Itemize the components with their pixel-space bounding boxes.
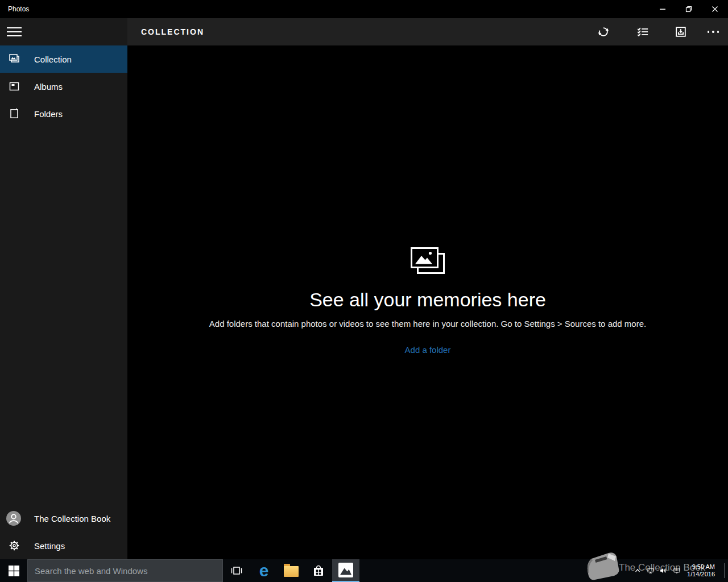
album-icon bbox=[9, 81, 20, 92]
photos-app-button[interactable] bbox=[332, 559, 359, 582]
tray-expand-button[interactable] bbox=[631, 559, 644, 582]
minimize-button[interactable] bbox=[650, 0, 676, 18]
taskbar-separator bbox=[724, 563, 725, 578]
account-label: The Collection Book bbox=[34, 514, 110, 523]
minimize-icon bbox=[659, 6, 666, 13]
start-button[interactable] bbox=[0, 559, 27, 582]
page-title: COLLECTION bbox=[141, 18, 204, 45]
edge-browser-button[interactable]: e bbox=[250, 559, 278, 582]
window-title: Photos bbox=[8, 0, 29, 18]
account-item[interactable]: The Collection Book bbox=[0, 505, 127, 532]
person-avatar-icon bbox=[6, 511, 21, 526]
folder-page-icon bbox=[9, 108, 20, 119]
task-view-button[interactable] bbox=[223, 559, 250, 582]
gear-icon bbox=[9, 540, 20, 551]
select-icon bbox=[636, 26, 649, 38]
title-bar: Photos bbox=[0, 0, 728, 18]
close-button[interactable] bbox=[702, 0, 728, 18]
settings-label: Settings bbox=[34, 541, 65, 551]
sidebar-item-settings[interactable]: Settings bbox=[0, 532, 127, 559]
sidebar-item-albums[interactable]: Albums bbox=[0, 73, 127, 100]
display-network-icon bbox=[647, 566, 654, 575]
system-tray: 9:50 AM 1/14/2016 bbox=[628, 559, 728, 582]
taskbar-search bbox=[27, 559, 223, 582]
store-button[interactable] bbox=[305, 559, 332, 582]
collection-photos-icon bbox=[9, 53, 20, 65]
file-explorer-icon bbox=[284, 566, 299, 577]
hamburger-icon bbox=[7, 27, 22, 28]
add-folder-link[interactable]: Add a folder bbox=[405, 345, 451, 355]
sync-icon bbox=[597, 26, 610, 38]
file-explorer-button[interactable] bbox=[278, 559, 305, 582]
task-view-icon bbox=[230, 566, 243, 576]
action-center-button[interactable] bbox=[670, 559, 684, 582]
volume-button[interactable] bbox=[656, 559, 670, 582]
sidebar: Collection Albums Folders bbox=[0, 18, 127, 559]
photos-app-icon bbox=[338, 563, 353, 577]
close-icon bbox=[712, 6, 718, 13]
sidebar-item-label: Collection bbox=[34, 55, 72, 64]
taskbar-clock[interactable]: 9:50 AM 1/14/2016 bbox=[683, 559, 715, 582]
see-more-icon bbox=[708, 31, 719, 33]
empty-state-heading: See all your memories here bbox=[127, 288, 728, 311]
empty-state: See all your memories here Add folders t… bbox=[127, 246, 728, 355]
network-button[interactable] bbox=[644, 559, 657, 582]
chevron-up-icon bbox=[634, 567, 641, 575]
sync-button[interactable] bbox=[590, 18, 617, 45]
main-header: COLLECTION bbox=[127, 18, 728, 45]
stacked-photos-icon bbox=[408, 246, 447, 277]
sidebar-item-collection[interactable]: Collection bbox=[0, 45, 127, 73]
main-content: COLLECTION bbox=[127, 18, 728, 559]
search-input[interactable] bbox=[28, 560, 222, 581]
sidebar-item-label: Folders bbox=[34, 109, 63, 119]
select-button[interactable] bbox=[629, 18, 656, 45]
edge-icon: e bbox=[259, 562, 269, 579]
volume-icon bbox=[660, 566, 667, 575]
restore-button[interactable] bbox=[676, 0, 702, 18]
store-bag-icon bbox=[312, 564, 325, 577]
show-desktop-button[interactable] bbox=[96, 559, 102, 582]
action-center-icon bbox=[673, 566, 680, 576]
see-more-button[interactable] bbox=[700, 18, 727, 45]
import-icon bbox=[675, 26, 687, 38]
photos-app-window: Photos bbox=[0, 0, 728, 582]
app-body: Collection Albums Folders bbox=[0, 18, 728, 559]
sidebar-item-folders[interactable]: Folders bbox=[0, 100, 127, 127]
book-icon bbox=[584, 552, 621, 580]
empty-state-description: Add folders that contain photos or video… bbox=[127, 319, 728, 329]
clock-date: 1/14/2016 bbox=[683, 571, 715, 578]
hamburger-menu-button[interactable] bbox=[7, 27, 22, 37]
import-button[interactable] bbox=[667, 18, 694, 45]
sidebar-item-label: Albums bbox=[34, 82, 63, 92]
clock-time: 9:50 AM bbox=[683, 563, 715, 571]
restore-icon bbox=[685, 5, 693, 13]
windows-logo-icon bbox=[9, 566, 19, 576]
